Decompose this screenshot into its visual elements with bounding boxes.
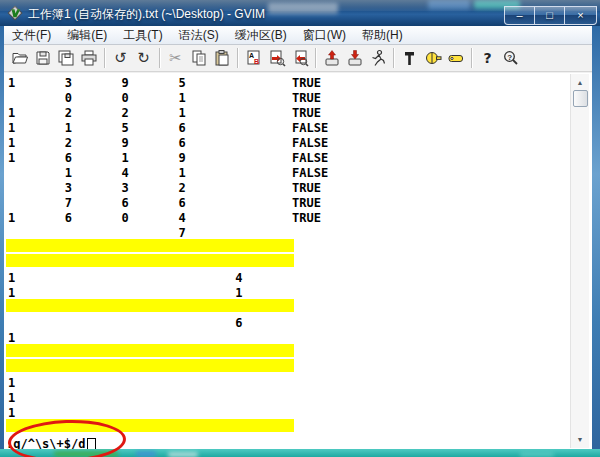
buffer-text: 1	[8, 376, 15, 390]
session-save-button[interactable]	[343, 47, 366, 69]
toolbar-separator	[471, 48, 472, 68]
replace-button[interactable]: AB	[242, 47, 265, 69]
buffer-text: FALSE	[292, 166, 328, 180]
buffer-text: 1	[178, 106, 185, 120]
print-button[interactable]	[77, 47, 100, 69]
copy-icon	[190, 49, 208, 67]
tag-jump-icon	[447, 49, 465, 67]
undo-button[interactable]: ↺	[109, 47, 132, 69]
minimize-button[interactable]: –	[504, 6, 534, 25]
find-help-icon: ?	[502, 49, 520, 67]
save-all-button[interactable]	[54, 47, 77, 69]
scrollbar-up-arrow-icon[interactable]: ▲	[571, 75, 589, 90]
replace-icon: AB	[245, 49, 263, 67]
copy-button[interactable]	[187, 47, 210, 69]
buffer-text: 1	[8, 121, 15, 135]
buffer-text: 7	[65, 196, 72, 210]
buffer-text: TRUE	[292, 196, 321, 210]
buffer-text: 5	[122, 121, 129, 135]
close-button[interactable]: ×	[564, 6, 597, 25]
buffer-text: 7	[178, 226, 185, 240]
buffer-text: 1	[235, 286, 242, 300]
session-load-button[interactable]	[320, 47, 343, 69]
vertical-scrollbar[interactable]: ▲ ▼	[570, 74, 589, 448]
buffer-text: 1	[65, 121, 72, 135]
buffer-text: 1	[8, 151, 15, 165]
buffer-text: 1	[8, 271, 15, 285]
background-window-blur	[268, 3, 338, 14]
svg-text:B: B	[254, 58, 259, 65]
gvim-window: 工作簿1 (自动保存的).txt (~\Desktop) - GVIM –□× …	[0, 0, 600, 457]
vim-logo-icon	[7, 5, 23, 21]
open-button[interactable]	[8, 47, 31, 69]
buffer-text: 1	[8, 76, 15, 90]
buffer-text: 6	[65, 151, 72, 165]
make-button[interactable]	[398, 47, 421, 69]
session-save-icon	[346, 49, 364, 67]
buffer-text: 9	[122, 136, 129, 150]
toolbar-separator	[159, 48, 160, 68]
buffer-text: 9	[178, 151, 185, 165]
buffer-text: 1	[8, 331, 15, 345]
buffer-text: FALSE	[292, 136, 328, 150]
buffer-text: 6	[178, 121, 185, 135]
svg-text:?: ?	[507, 53, 512, 62]
menu-item-syntax[interactable]: 语法(S)	[171, 26, 227, 45]
find-help-button[interactable]: ?	[499, 47, 522, 69]
buffer-text: FALSE	[292, 151, 328, 165]
buffer-text: 0	[122, 91, 129, 105]
paste-button[interactable]	[210, 47, 233, 69]
buffer-text: 2	[65, 136, 72, 150]
find-next-button[interactable]	[265, 47, 288, 69]
buffer-text: 1	[8, 391, 15, 405]
run-script-button[interactable]	[366, 47, 389, 69]
highlighted-empty-line	[6, 344, 294, 357]
buffer-text: 6	[65, 211, 72, 225]
toolbar-separator	[393, 48, 394, 68]
buffer-text: 3	[122, 181, 129, 195]
find-prev-button[interactable]	[288, 47, 311, 69]
scrollbar-down-arrow-icon[interactable]: ▼	[571, 432, 589, 447]
tag-build-button[interactable]	[421, 47, 444, 69]
buffer-text: 6	[178, 196, 185, 210]
buffer-text: 1	[8, 136, 15, 150]
save-icon	[34, 49, 52, 67]
command-line[interactable]: :g/^\s\+$/d	[6, 437, 85, 449]
save-button[interactable]	[31, 47, 54, 69]
session-load-icon	[323, 49, 341, 67]
menu-item-file[interactable]: 文件(F)	[4, 26, 59, 45]
cut-button[interactable]: ✂	[164, 47, 187, 69]
menu-item-help[interactable]: 帮助(H)	[354, 26, 411, 45]
maximize-button[interactable]: □	[534, 6, 564, 25]
title-bar: 工作簿1 (自动保存的).txt (~\Desktop) - GVIM –□×	[0, 0, 600, 26]
menu-item-window[interactable]: 窗口(W)	[295, 26, 354, 45]
save-all-icon	[57, 49, 75, 67]
buffer-text: 2	[65, 106, 72, 120]
menu-item-edit[interactable]: 编辑(E)	[59, 26, 115, 45]
help-button[interactable]: ?	[476, 47, 499, 69]
tag-jump-button[interactable]	[444, 47, 467, 69]
undo-icon: ↺	[114, 49, 127, 67]
buffer-text: 4	[122, 166, 129, 180]
text-area[interactable]: ▲ ▼ :g/^\s\+$/d 1395TRUE001TRUE1221TRUE1…	[4, 73, 592, 449]
menu-item-tools[interactable]: 工具(T)	[115, 26, 170, 45]
buffer-text: 4	[178, 211, 185, 225]
buffer-text: 1	[8, 406, 15, 420]
highlighted-empty-line	[6, 254, 294, 267]
print-icon	[80, 49, 98, 67]
highlighted-empty-line	[6, 419, 294, 432]
buffer-text: 1	[122, 151, 129, 165]
run-script-icon	[369, 49, 387, 67]
buffer-text: TRUE	[292, 91, 321, 105]
redo-button[interactable]: ↻	[132, 47, 155, 69]
menu-item-buffers[interactable]: 缓冲区(B)	[227, 26, 295, 45]
scrollbar-thumb[interactable]	[573, 90, 588, 107]
window-controls: –□×	[504, 6, 597, 25]
redo-icon: ↻	[137, 49, 150, 67]
buffer-text: 3	[65, 76, 72, 90]
cut-icon: ✂	[169, 49, 182, 67]
buffer-text: TRUE	[292, 76, 321, 90]
buffer-text: 1	[8, 106, 15, 120]
background-window-blur	[428, 0, 470, 10]
buffer-text: 2	[178, 181, 185, 195]
